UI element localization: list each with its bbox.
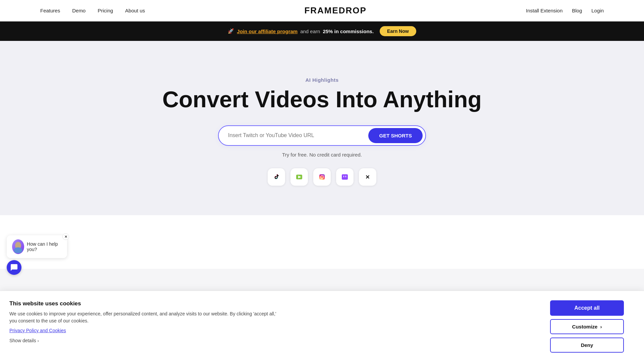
cookie-content: This website uses cookies We use cookies… (9, 300, 284, 343)
cookie-banner: This website uses cookies We use cookies… (0, 291, 644, 362)
chat-message-bubble: How can I help you? (7, 235, 67, 258)
chat-widget: How can I help you? ✕ (7, 235, 67, 275)
cookie-customize-button[interactable]: Customize › (550, 319, 624, 334)
x-twitter-icon[interactable]: ✕ (359, 168, 376, 186)
banner-middle-text: and earn (300, 28, 320, 34)
nav-right-links: Install Extension Blog Login (526, 8, 604, 13)
chevron-right-icon-customize: › (600, 324, 602, 329)
chat-close-button[interactable]: ✕ (62, 233, 69, 240)
twitch-icon[interactable] (336, 168, 354, 186)
nav-blog[interactable]: Blog (572, 8, 582, 13)
rumble-icon[interactable] (290, 168, 308, 186)
video-url-input[interactable] (228, 132, 368, 138)
nav-pricing[interactable]: Pricing (98, 8, 113, 13)
banner-commission-text: 25% in commissions. (323, 28, 374, 34)
tiktok-icon[interactable] (268, 168, 285, 186)
nav-features[interactable]: Features (40, 8, 60, 13)
svg-rect-9 (342, 174, 348, 180)
svg-point-7 (323, 175, 324, 176)
nav-links: Features Demo Pricing About us (40, 8, 145, 13)
chat-bubble-container: How can I help you? ✕ (7, 235, 67, 258)
chat-avatar (12, 239, 24, 254)
chat-open-button[interactable] (7, 260, 21, 275)
svg-rect-10 (343, 176, 344, 177)
svg-point-15 (14, 247, 22, 253)
cookie-title: This website uses cookies (9, 300, 284, 307)
nav-about[interactable]: About us (125, 8, 145, 13)
cookie-description: We use cookies to improve your experienc… (9, 310, 284, 324)
affiliate-link[interactable]: Join our affiliate program (237, 28, 298, 34)
hero-caption: Try for free. No credit card required. (282, 152, 362, 158)
cookie-accept-button[interactable]: Accept all (550, 300, 624, 316)
earn-now-button[interactable]: Earn Now (380, 26, 416, 36)
site-logo[interactable]: FRAMEDROP (304, 5, 367, 16)
social-icons-row: ✕ (268, 168, 376, 186)
svg-rect-5 (319, 174, 325, 180)
nav-install-extension[interactable]: Install Extension (526, 8, 562, 13)
hero-subtitle: AI Highlights (306, 77, 339, 83)
cookie-privacy-link[interactable]: Privacy Policy and Cookies (9, 328, 284, 333)
hero-section: AI Highlights Convert Videos Into Anythi… (0, 41, 644, 215)
url-input-bar: GET SHORTS (218, 125, 426, 146)
svg-point-0 (272, 172, 281, 182)
nav-demo[interactable]: Demo (72, 8, 86, 13)
below-hero-section (0, 215, 644, 269)
svg-text:✕: ✕ (365, 174, 370, 180)
navigation: Features Demo Pricing About us FRAMEDROP… (0, 0, 644, 21)
hero-title: Convert Videos Into Anything (162, 87, 482, 112)
chat-message-text: How can I help you? (27, 241, 62, 252)
nav-login[interactable]: Login (591, 8, 604, 13)
cookie-show-details[interactable]: Show details › (9, 338, 284, 343)
instagram-icon[interactable] (313, 168, 331, 186)
affiliate-banner: 🚀 Join our affiliate program and earn 25… (0, 21, 644, 41)
chevron-right-icon: › (37, 338, 39, 343)
cookie-deny-button[interactable]: Deny (550, 338, 624, 353)
svg-rect-11 (345, 176, 346, 177)
cookie-buttons: Accept all Customize › Deny (550, 300, 624, 353)
banner-rocket: 🚀 (228, 28, 234, 34)
get-shorts-button[interactable]: GET SHORTS (368, 128, 423, 143)
